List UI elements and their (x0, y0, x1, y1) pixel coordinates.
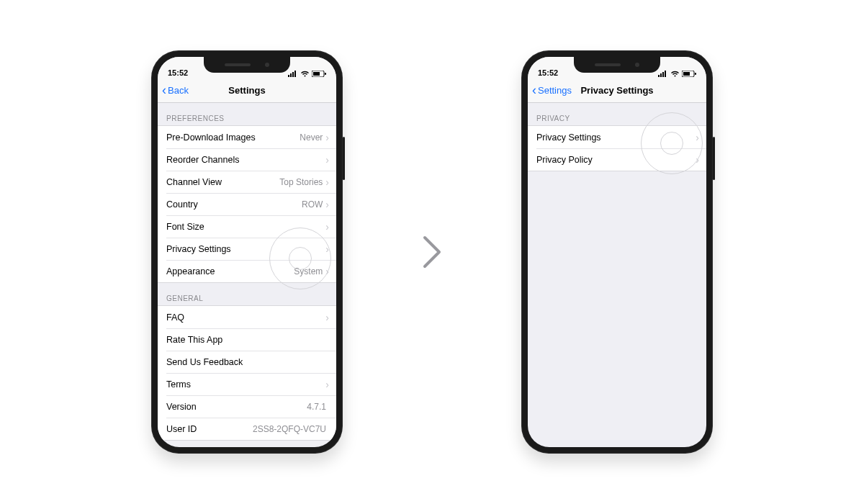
phone-privacy: 15:52 ‹ Settings (521, 50, 713, 454)
chevron-right-icon: › (696, 132, 699, 143)
screen: 15:52 ‹ Back Set (158, 57, 336, 447)
device-notch (574, 57, 660, 73)
section-header-general: GENERAL (158, 283, 336, 305)
general-group: FAQ › Rate This App Send Us Feedback Ter… (158, 305, 336, 441)
wifi-icon (670, 71, 680, 77)
row-privacy-policy[interactable]: Privacy Policy › (528, 148, 706, 171)
chevron-right-icon: › (325, 244, 329, 254)
row-label: Rate This App (166, 335, 329, 345)
privacy-group: Privacy Settings › Privacy Policy › (528, 125, 706, 171)
row-label: Version (166, 402, 307, 412)
row-label: Reorder Channels (166, 155, 325, 165)
svg-rect-10 (665, 71, 666, 77)
wifi-icon (300, 71, 310, 77)
section-header-preferences: PREFERENCES (158, 103, 336, 125)
row-pre-download-images[interactable]: Pre-Download Images Never › (158, 126, 336, 148)
svg-rect-6 (313, 72, 320, 76)
transition-arrow-icon (422, 235, 442, 269)
row-rate-this-app[interactable]: Rate This App (158, 328, 336, 351)
back-label: Settings (538, 85, 572, 96)
svg-rect-8 (660, 73, 662, 77)
row-privacy-settings[interactable]: Privacy Settings › (528, 126, 706, 148)
phone-settings: 15:52 ‹ Back Set (151, 50, 343, 454)
back-label: Back (168, 85, 189, 96)
chevron-left-icon: ‹ (162, 84, 166, 96)
svg-rect-13 (683, 72, 690, 76)
cellular-signal-icon (658, 71, 668, 77)
battery-icon (682, 71, 696, 77)
row-country[interactable]: Country ROW › (158, 193, 336, 215)
svg-rect-1 (290, 73, 292, 77)
row-label: Appearance (166, 266, 294, 276)
navigation-bar: ‹ Settings Privacy Settings (528, 78, 706, 103)
row-label: Pre-Download Images (166, 132, 300, 143)
chevron-right-icon: › (325, 177, 329, 187)
device-notch (204, 57, 290, 73)
row-label: Send Us Feedback (166, 357, 329, 367)
chevron-right-icon: › (325, 222, 329, 232)
row-font-size[interactable]: Font Size › (158, 215, 336, 238)
preferences-group: Pre-Download Images Never › Reorder Chan… (158, 125, 336, 283)
row-user-id: User ID 2SS8-2QFQ-VC7U (158, 418, 336, 440)
row-value: Top Stories (279, 177, 323, 187)
svg-rect-7 (658, 75, 660, 77)
chevron-left-icon: ‹ (532, 84, 536, 96)
row-label: Privacy Settings (166, 244, 325, 254)
row-send-us-feedback[interactable]: Send Us Feedback (158, 351, 336, 373)
chevron-right-icon: › (696, 155, 699, 165)
chevron-right-icon: › (325, 132, 329, 143)
section-header-privacy: PRIVACY (528, 103, 706, 125)
svg-rect-5 (325, 73, 326, 75)
navigation-bar: ‹ Back Settings (158, 78, 336, 103)
chevron-right-icon: › (325, 379, 329, 390)
row-value: ROW (302, 199, 323, 210)
row-label: Font Size (166, 222, 325, 232)
row-label: FAQ (166, 312, 325, 323)
back-button[interactable]: ‹ Settings (532, 84, 572, 97)
row-label: Terms (166, 379, 325, 390)
svg-rect-12 (695, 73, 696, 75)
svg-rect-0 (288, 75, 289, 77)
chevron-right-icon: › (325, 312, 329, 323)
page-title: Privacy Settings (580, 85, 653, 96)
page-title: Settings (228, 85, 265, 96)
row-label: Channel View (166, 177, 279, 187)
row-faq[interactable]: FAQ › (158, 306, 336, 328)
status-time: 15:52 (168, 68, 188, 77)
svg-rect-2 (292, 72, 294, 77)
screen: 15:52 ‹ Settings (528, 57, 706, 447)
row-appearance[interactable]: Appearance System › (158, 260, 336, 282)
cellular-signal-icon (288, 71, 298, 77)
chevron-right-icon: › (325, 266, 329, 276)
chevron-right-icon: › (325, 199, 329, 210)
row-channel-view[interactable]: Channel View Top Stories › (158, 171, 336, 193)
row-label: Privacy Settings (536, 132, 696, 143)
svg-rect-3 (294, 71, 296, 77)
row-version: Version 4.7.1 (158, 395, 336, 418)
battery-icon (312, 71, 326, 77)
row-privacy-settings[interactable]: Privacy Settings › (158, 238, 336, 260)
row-label: User ID (166, 424, 253, 434)
row-reorder-channels[interactable]: Reorder Channels › (158, 148, 336, 171)
row-value: Never (300, 132, 323, 143)
row-value: 2SS8-2QFQ-VC7U (253, 424, 326, 434)
row-value: 4.7.1 (307, 402, 326, 412)
row-label: Privacy Policy (536, 155, 696, 165)
row-value: System (294, 266, 323, 276)
row-label: Country (166, 199, 302, 210)
chevron-right-icon: › (325, 155, 329, 165)
status-time: 15:52 (538, 68, 558, 77)
svg-rect-9 (662, 72, 664, 77)
row-terms[interactable]: Terms › (158, 373, 336, 395)
back-button[interactable]: ‹ Back (162, 84, 189, 97)
